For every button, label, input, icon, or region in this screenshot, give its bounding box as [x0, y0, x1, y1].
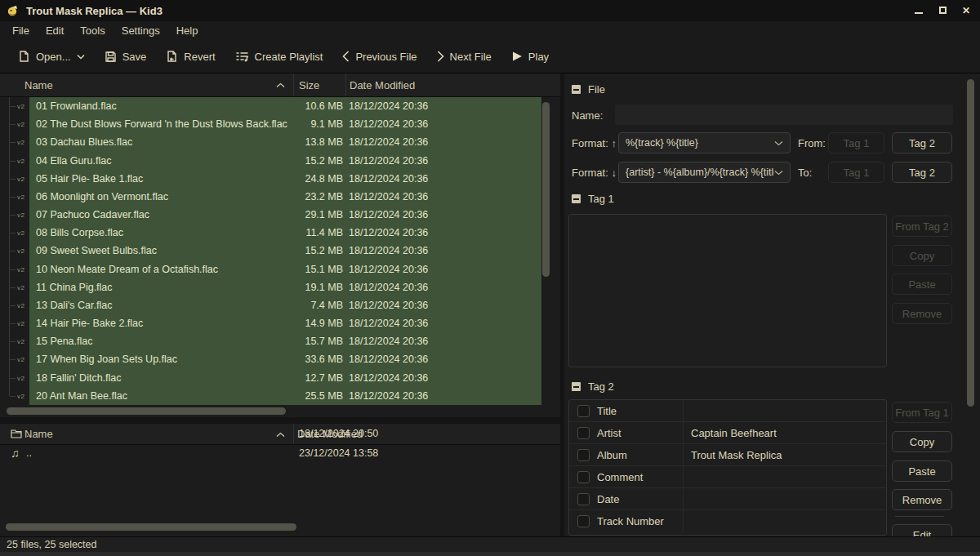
edit-button[interactable]: Edit [892, 524, 952, 536]
directory-row[interactable]: .18/12/2024 20:50 [0, 424, 560, 443]
file-row[interactable]: v215 Pena.flac15.7 MB18/12/2024 20:36 [0, 332, 560, 350]
file-row[interactable]: v210 Neon Meate Dream of a Octafish.flac… [0, 260, 560, 278]
to-tag1-button: Tag 1 [828, 162, 884, 183]
file-row[interactable]: v204 Ella Guru.flac15.2 MB18/12/2024 20:… [0, 152, 560, 170]
file-name: 03 Dachau Blues.flac [29, 136, 294, 148]
file-row[interactable]: v211 China Pig.flac19.1 MB18/12/2024 20:… [0, 278, 560, 296]
file-name: 04 Ella Guru.flac [29, 155, 294, 167]
save-button[interactable]: Save [98, 46, 154, 68]
file-row-selection: 04 Ella Guru.flac15.2 MB18/12/2024 20:36 [29, 152, 541, 170]
file-date-modified: 18/12/2024 20:36 [346, 245, 541, 256]
file-row[interactable]: v202 The Dust Blows Forward 'n the Dust … [0, 115, 560, 133]
tag2-field-row[interactable]: Title [569, 400, 886, 422]
tag1-section-header[interactable]: Tag 1 [572, 193, 614, 205]
file-row-selection: 08 Bills Corpse.flac11.4 MB18/12/2024 20… [29, 224, 541, 242]
file-date-modified: 18/12/2024 20:36 [346, 227, 541, 238]
paste-button[interactable]: Paste [892, 460, 952, 482]
column-header-date-modified[interactable]: Date Modified [346, 73, 560, 96]
create-playlist-button[interactable]: Create Playlist [229, 46, 330, 68]
file-list-horizontal-scrollbar[interactable] [0, 407, 560, 416]
file-row[interactable]: v203 Dachau Blues.flac13.8 MB18/12/2024 … [0, 133, 560, 151]
format-to-label: Format: ↓ [572, 167, 617, 179]
collapse-icon[interactable] [572, 85, 581, 94]
file-row[interactable]: v208 Bills Corpse.flac11.4 MB18/12/2024 … [0, 224, 560, 242]
file-size: 15.2 MB [294, 245, 346, 256]
comment-checkbox[interactable] [577, 471, 590, 483]
file-size: 9.1 MB [294, 118, 346, 130]
file-size: 15.1 MB [294, 264, 346, 275]
directory-date-modified: 23/12/2024 13:58 [294, 447, 560, 459]
file-row-selection: 20 Ant Man Bee.flac25.5 MB18/12/2024 20:… [29, 387, 541, 405]
next-file-button[interactable]: Next File [430, 46, 498, 68]
close-button[interactable]: ✕ [957, 3, 975, 17]
from-tag2-button[interactable]: Tag 2 [892, 132, 952, 153]
tag2-field-row[interactable]: ArtistCaptain Beefheart [569, 422, 886, 444]
artist-checkbox[interactable] [577, 427, 590, 439]
file-row[interactable]: v220 Ant Man Bee.flac25.5 MB18/12/2024 2… [0, 387, 560, 405]
format-from-combobox[interactable]: %{track} %{title} [618, 132, 791, 153]
file-row[interactable]: v213 Dali's Car.flac7.4 MB18/12/2024 20:… [0, 296, 560, 314]
tree-branch: v2 [0, 206, 29, 224]
file-row[interactable]: v218 Fallin' Ditch.flac12.7 MB18/12/2024… [0, 369, 560, 387]
file-row[interactable]: v217 When Big Joan Sets Up.flac33.6 MB18… [0, 350, 560, 368]
album-checkbox[interactable] [577, 449, 590, 461]
file-size: 10.6 MB [294, 100, 346, 112]
to-tag2-button[interactable]: Tag 2 [892, 162, 952, 183]
file-section-header[interactable]: File [572, 83, 605, 96]
tree-branch: v2 [0, 332, 29, 350]
tag2-field-row[interactable]: Date [569, 488, 886, 510]
revert-button[interactable]: Revert [159, 45, 221, 68]
title-checkbox[interactable] [577, 405, 590, 417]
directory-list-horizontal-scrollbar[interactable] [0, 523, 560, 532]
tag2-field-row[interactable]: AlbumTrout Mask Replica [569, 444, 886, 466]
column-header-name[interactable]: Name [0, 73, 294, 96]
menu-file[interactable]: File [4, 22, 38, 39]
id3v2-badge: v2 [17, 193, 24, 200]
file-size: 15.7 MB [294, 336, 346, 347]
chevron-down-icon [774, 170, 783, 176]
tag2-section-header[interactable]: Tag 2 [572, 380, 614, 393]
horizontal-splitter[interactable] [0, 417, 560, 424]
play-button[interactable]: Play [505, 46, 555, 68]
file-row[interactable]: v205 Hair Pie- Bake 1.flac24.8 MB18/12/2… [0, 170, 560, 188]
copy-button: Copy [892, 245, 952, 266]
track-number-checkbox[interactable] [577, 515, 590, 527]
format-to-combobox[interactable]: {artist} - %{album}/%{track} %{title} [618, 162, 791, 183]
tag2-field-row[interactable]: Track Number [569, 510, 886, 532]
file-row[interactable]: v214 Hair Pie- Bake 2.flac14.9 MB18/12/2… [0, 314, 560, 332]
window-bottom-edge [0, 552, 980, 556]
previous-file-button[interactable]: Previous File [336, 46, 423, 68]
date-checkbox[interactable] [577, 493, 590, 505]
file-row[interactable]: v206 Moonlight on Vermont.flac23.2 MB18/… [0, 188, 560, 206]
tree-branch: v2 [0, 188, 29, 206]
remove-button[interactable]: Remove [892, 489, 952, 510]
collapse-icon[interactable] [572, 382, 581, 391]
chevron-down-icon[interactable] [77, 54, 85, 60]
file-size: 15.2 MB [294, 155, 346, 167]
title-bar[interactable]: Trout Mask Replica — Kid3 ✕ [0, 0, 980, 21]
file-row[interactable]: v207 Pachuco Cadaver.flac29.1 MB18/12/20… [0, 206, 560, 224]
collapse-icon[interactable] [572, 194, 581, 203]
menu-tools[interactable]: Tools [72, 22, 113, 39]
tag2-field-row[interactable]: Comment [569, 466, 886, 488]
maximize-button[interactable] [933, 3, 951, 17]
filename-input[interactable] [615, 105, 953, 125]
field-value[interactable]: Captain Beefheart [684, 427, 886, 439]
file-row[interactable]: v201 Frownland.flac10.6 MB18/12/2024 20:… [0, 97, 560, 115]
field-value[interactable]: Trout Mask Replica [684, 449, 886, 461]
menu-settings[interactable]: Settings [114, 22, 168, 39]
tree-branch: v2 [0, 296, 29, 314]
copy-button[interactable]: Copy [892, 431, 952, 452]
file-name: 18 Fallin' Ditch.flac [29, 372, 294, 384]
directory-row[interactable]: ♫..23/12/2024 13:58 [0, 443, 560, 463]
file-date-modified: 18/12/2024 20:36 [346, 173, 541, 185]
column-header-size[interactable]: Size [294, 73, 346, 96]
open-button[interactable]: Open... [11, 45, 91, 68]
id3v2-badge: v2 [17, 392, 24, 399]
panel-vertical-scrollbar[interactable] [965, 73, 977, 536]
file-date-modified: 18/12/2024 20:36 [346, 300, 541, 311]
menu-help[interactable]: Help [168, 22, 207, 39]
file-row[interactable]: v209 Sweet Sweet Bulbs.flac15.2 MB18/12/… [0, 242, 560, 260]
menu-edit[interactable]: Edit [38, 22, 72, 39]
minimize-button[interactable] [910, 3, 928, 17]
